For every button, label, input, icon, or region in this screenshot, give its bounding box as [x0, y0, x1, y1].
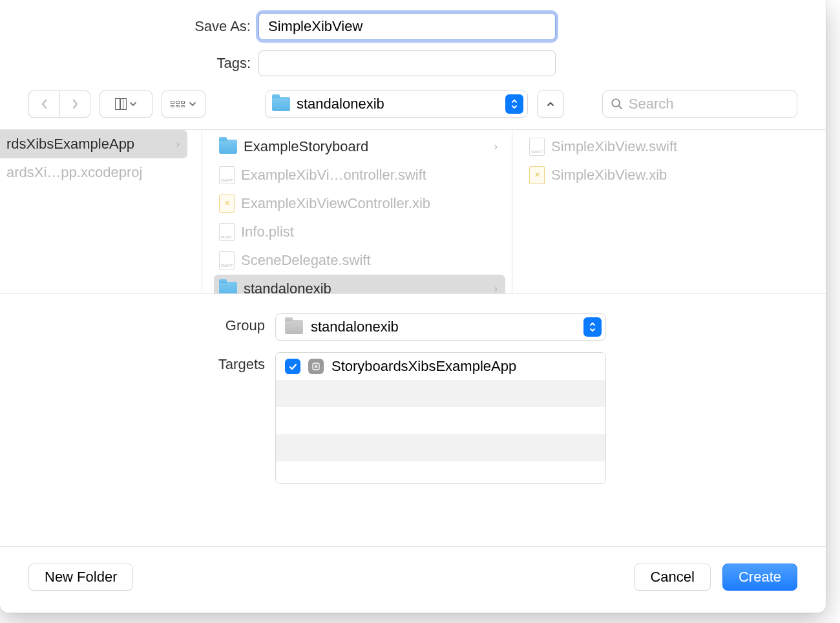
save-as-input[interactable]: [258, 13, 556, 40]
target-row-empty: [276, 461, 605, 483]
search-icon: [611, 97, 624, 111]
target-name: StoryboardsXibsExampleApp: [331, 358, 516, 375]
targets-list: StoryboardsXibsExampleApp: [275, 352, 606, 484]
updown-icon: [583, 317, 602, 337]
save-as-label: Save As:: [0, 18, 258, 35]
chevron-right-icon: [71, 98, 79, 110]
file-name: SimpleXibView.swift: [551, 138, 812, 155]
list-item[interactable]: ardsXi…pp.xcodeproj: [0, 158, 187, 187]
folder-icon: [219, 140, 237, 154]
chevron-down-icon: [129, 101, 137, 107]
tags-label: Tags:: [0, 55, 258, 72]
grid-icon: [171, 101, 185, 107]
folder-icon: [219, 282, 237, 293]
swift-file-icon: [219, 251, 235, 269]
chevron-down-icon: [189, 101, 196, 107]
group-label: Group: [0, 313, 275, 334]
file-name: rdsXibsExampleApp: [6, 136, 170, 153]
location-dropdown[interactable]: standalonexib: [265, 90, 528, 118]
view-mode-button[interactable]: [100, 90, 152, 118]
chevron-up-icon: [546, 100, 555, 108]
file-name: standalonexib: [244, 280, 488, 293]
group-value: standalonexib: [311, 319, 576, 335]
target-row[interactable]: StoryboardsXibsExampleApp: [276, 353, 605, 380]
list-item[interactable]: SimpleXibView.swift: [524, 132, 819, 161]
target-row-empty: [276, 380, 605, 407]
targets-label: Targets: [0, 352, 275, 373]
list-item[interactable]: ExampleXibVi…ontroller.swift: [214, 161, 505, 189]
file-name: SimpleXibView.xib: [551, 167, 812, 184]
list-item[interactable]: SceneDelegate.swift: [214, 246, 505, 275]
target-row-empty: [276, 434, 605, 461]
chevron-right-icon: ›: [176, 138, 180, 150]
location-label: standalonexib: [297, 96, 499, 112]
collapse-button[interactable]: [537, 90, 564, 118]
file-name: ardsXi…pp.xcodeproj: [6, 164, 180, 181]
nav-forward-button[interactable]: [59, 90, 90, 118]
group-dropdown[interactable]: standalonexib: [275, 313, 606, 341]
chevron-left-icon: [41, 98, 48, 110]
swift-file-icon: [529, 138, 545, 156]
xib-file-icon: [219, 195, 235, 213]
search-field[interactable]: [602, 90, 797, 118]
nav-back-button[interactable]: [28, 90, 59, 118]
file-name: ExampleXibViewController.xib: [241, 195, 498, 212]
checkbox-checked[interactable]: [285, 359, 300, 374]
cancel-button[interactable]: Cancel: [634, 564, 710, 591]
file-name: ExampleStoryboard: [244, 138, 488, 155]
updown-icon: [505, 94, 523, 114]
file-name: SceneDelegate.swift: [241, 252, 498, 269]
folder-icon: [272, 97, 290, 111]
file-browser: rdsXibsExampleApp › ardsXi…pp.xcodeproj …: [0, 130, 826, 294]
chevron-right-icon: ›: [494, 141, 498, 153]
target-row-empty: [276, 407, 605, 434]
list-item[interactable]: standalonexib ›: [214, 275, 505, 293]
tags-input[interactable]: [258, 50, 556, 76]
swift-file-icon: [219, 166, 235, 184]
new-folder-button[interactable]: New Folder: [28, 564, 133, 591]
list-item[interactable]: ExampleXibViewController.xib: [214, 189, 505, 218]
list-item[interactable]: rdsXibsExampleApp ›: [0, 130, 187, 158]
list-item[interactable]: Info.plist: [214, 218, 505, 246]
list-item[interactable]: SimpleXibView.xib: [524, 161, 819, 189]
xib-file-icon: [529, 166, 545, 184]
create-button[interactable]: Create: [722, 564, 797, 591]
folder-icon: [285, 320, 303, 334]
list-item[interactable]: ExampleStoryboard ›: [214, 132, 505, 161]
chevron-right-icon: ›: [494, 283, 498, 293]
file-name: Info.plist: [241, 224, 498, 240]
file-name: ExampleXibVi…ontroller.swift: [241, 167, 498, 184]
grouping-button[interactable]: [162, 90, 205, 118]
app-icon: [308, 359, 324, 374]
plist-file-icon: [219, 223, 235, 241]
search-input[interactable]: [629, 96, 789, 112]
columns-icon: [115, 98, 126, 110]
